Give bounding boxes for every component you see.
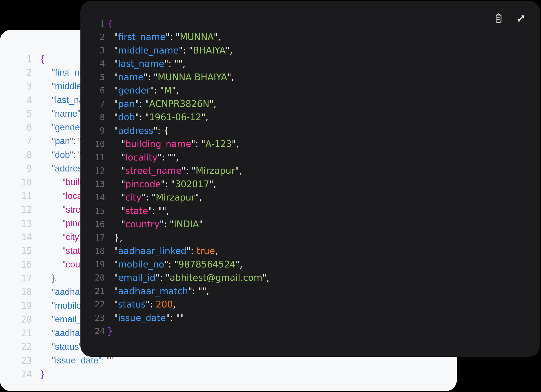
- token-p: ",: [235, 165, 242, 176]
- token-p: ",: [209, 99, 216, 109]
- expand-button[interactable]: [515, 12, 527, 25]
- token-p: ": [121, 219, 125, 229]
- line-number: 20: [90, 273, 105, 282]
- token-p: ": ": [70, 136, 81, 146]
- token-k1: last_name: [118, 58, 164, 69]
- token-p: ": [52, 355, 55, 365]
- token-k1: first_name: [118, 32, 166, 42]
- line-number: 22: [14, 342, 32, 352]
- code-text: "last_name": "",: [107, 58, 185, 69]
- token-p: ": [114, 299, 118, 309]
- code-line: 12"street_name": "Mirzapur",: [90, 164, 540, 178]
- code-text: "aadhaar_linked": true,: [107, 246, 218, 256]
- token-p: ": [52, 287, 55, 297]
- token-p: ,: [215, 246, 218, 256]
- code-line: 6"gender": "M",: [90, 84, 540, 97]
- token-s: A-123: [205, 139, 232, 149]
- token-p: ": ": [70, 150, 81, 160]
- code-line: 17},: [90, 231, 540, 244]
- token-p: ": [52, 81, 55, 91]
- line-number: 17: [14, 273, 32, 283]
- token-p: ",: [227, 72, 234, 82]
- code-line: 9"address": {: [90, 124, 540, 137]
- line-number: 19: [90, 259, 105, 269]
- code-text: "issue_date": "": [107, 313, 184, 323]
- token-s: BHAIYA: [193, 45, 225, 56]
- token-k2: street_name: [125, 165, 181, 176]
- token-p: ": ": [179, 45, 193, 56]
- code-text: "status": 200,: [107, 299, 176, 309]
- token-p: ": "": [166, 313, 184, 323]
- token-b1: }: [107, 326, 113, 336]
- json-panel-dark: 1{2"first_name": "MUNNA",3"middle_name":…: [80, 1, 540, 357]
- line-number: 13: [14, 218, 32, 229]
- token-p: ": ": [160, 219, 174, 229]
- line-number: 12: [14, 204, 32, 215]
- code-line: 22"status": 200,: [90, 298, 540, 311]
- token-p: ": [52, 150, 55, 160]
- token-p: ,: [173, 299, 176, 309]
- token-p: ": [114, 286, 118, 296]
- line-number: 5: [90, 72, 105, 82]
- line-number: 6: [14, 122, 32, 133]
- line-number: 2: [90, 32, 105, 42]
- token-p: ": [121, 179, 125, 189]
- token-p: ":: [187, 246, 197, 256]
- token-p: ",: [201, 112, 208, 122]
- line-number: 8: [90, 112, 105, 122]
- token-p: ": [114, 112, 118, 122]
- line-number: 10: [90, 139, 105, 149]
- token-p: ": [114, 58, 118, 69]
- line-number: 14: [90, 192, 105, 202]
- token-p: ": [62, 204, 66, 214]
- line-number: 6: [90, 85, 105, 95]
- line-number: 1: [14, 54, 32, 64]
- token-k1: email_id: [118, 272, 156, 283]
- token-p: ": [114, 313, 118, 323]
- page-background: 1{2"first_name": "MUNNA",3"middle_name":…: [0, 0, 541, 392]
- token-p: ": "",: [188, 286, 209, 296]
- token-k1: pan: [55, 136, 70, 146]
- token-p: ": [121, 139, 125, 149]
- line-number: 4: [14, 95, 32, 105]
- token-k1: issue_date: [55, 355, 98, 365]
- token-k1: dob: [118, 112, 135, 122]
- code-text: },: [41, 273, 57, 283]
- token-p: ": "",: [148, 206, 169, 216]
- token-p: ": [52, 314, 55, 324]
- token-p: ",: [262, 272, 269, 283]
- code-lines: 1{2"first_name": "MUNNA",3"middle_name":…: [80, 1, 540, 338]
- token-p: ": [114, 85, 118, 95]
- code-text: },: [107, 232, 122, 243]
- line-number: 2: [14, 68, 32, 78]
- line-number: 16: [90, 219, 105, 229]
- token-k1: pan: [118, 99, 135, 109]
- line-number: 23: [90, 313, 105, 323]
- code-line: 23"issue_date": "": [90, 311, 540, 324]
- token-p: ": [114, 45, 118, 56]
- code-text: "pincode": "302017",: [107, 179, 216, 189]
- line-number: 4: [90, 59, 105, 68]
- line-number: 7: [90, 99, 105, 109]
- token-p: ": ": [156, 272, 170, 283]
- token-b1: {: [107, 18, 113, 29]
- token-p: ": [62, 177, 66, 187]
- token-p: ": [52, 342, 55, 351]
- token-p: ": [114, 272, 118, 283]
- token-b1: }: [41, 369, 44, 379]
- copy-button[interactable]: [492, 12, 505, 25]
- token-k1: dob: [55, 150, 70, 160]
- code-line: 24}: [90, 324, 540, 338]
- token-p: ",: [195, 192, 202, 203]
- token-p: ": [121, 165, 125, 176]
- token-p: ": "",: [157, 152, 179, 162]
- line-number: 12: [90, 166, 105, 176]
- line-number: 21: [14, 328, 32, 338]
- token-p: ": [62, 259, 66, 269]
- token-p: ": [52, 163, 55, 173]
- token-k2: city: [125, 192, 141, 203]
- token-s: M: [164, 85, 172, 95]
- line-number: 5: [14, 109, 32, 119]
- token-p: ",: [214, 32, 221, 42]
- token-p: ": [52, 109, 55, 118]
